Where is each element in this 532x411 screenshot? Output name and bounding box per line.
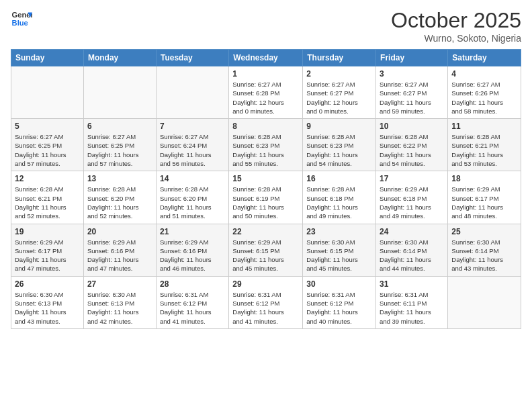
calendar-cell: 28Sunrise: 6:31 AM Sunset: 6:12 PM Dayli… (156, 276, 228, 328)
calendar-cell: 16Sunrise: 6:28 AM Sunset: 6:18 PM Dayli… (303, 171, 376, 224)
day-info: Sunrise: 6:28 AM Sunset: 6:21 PM Dayligh… (15, 185, 80, 220)
weekday-header-friday: Friday (376, 50, 448, 66)
day-info: Sunrise: 6:30 AM Sunset: 6:15 PM Dayligh… (306, 238, 372, 273)
day-info: Sunrise: 6:27 AM Sunset: 6:26 PM Dayligh… (451, 80, 517, 116)
day-number: 27 (87, 279, 152, 289)
day-number: 14 (160, 174, 225, 183)
day-number: 12 (15, 174, 80, 183)
calendar-cell: 27Sunrise: 6:30 AM Sunset: 6:13 PM Dayli… (83, 276, 156, 328)
day-info: Sunrise: 6:28 AM Sunset: 6:23 PM Dayligh… (306, 132, 372, 168)
weekday-header-row: SundayMondayTuesdayWednesdayThursdayFrid… (11, 50, 521, 66)
day-info: Sunrise: 6:31 AM Sunset: 6:12 PM Dayligh… (232, 290, 299, 326)
calendar-cell: 22Sunrise: 6:29 AM Sunset: 6:15 PM Dayli… (229, 224, 303, 276)
day-info: Sunrise: 6:29 AM Sunset: 6:17 PM Dayligh… (15, 238, 80, 273)
day-number: 26 (15, 279, 80, 289)
day-info: Sunrise: 6:27 AM Sunset: 6:28 PM Dayligh… (232, 80, 299, 116)
calendar-cell (156, 66, 228, 119)
calendar-cell: 6Sunrise: 6:27 AM Sunset: 6:25 PM Daylig… (83, 119, 156, 171)
calendar-cell (83, 66, 156, 119)
day-number: 23 (306, 227, 372, 236)
calendar-cell: 2Sunrise: 6:27 AM Sunset: 6:27 PM Daylig… (303, 66, 376, 119)
month-title: October 2025 (391, 8, 521, 33)
day-info: Sunrise: 6:27 AM Sunset: 6:27 PM Dayligh… (306, 80, 372, 116)
day-number: 1 (232, 69, 299, 79)
week-row-5: 26Sunrise: 6:30 AM Sunset: 6:13 PM Dayli… (11, 276, 521, 328)
day-number: 10 (380, 122, 444, 131)
week-row-1: 1Sunrise: 6:27 AM Sunset: 6:28 PM Daylig… (11, 66, 521, 119)
weekday-header-sunday: Sunday (11, 50, 84, 66)
day-number: 5 (15, 122, 80, 131)
calendar-cell: 25Sunrise: 6:30 AM Sunset: 6:14 PM Dayli… (448, 224, 521, 276)
calendar-cell: 3Sunrise: 6:27 AM Sunset: 6:27 PM Daylig… (376, 66, 448, 119)
calendar-cell: 23Sunrise: 6:30 AM Sunset: 6:15 PM Dayli… (303, 224, 376, 276)
day-number: 15 (232, 174, 299, 183)
calendar-cell: 21Sunrise: 6:29 AM Sunset: 6:16 PM Dayli… (156, 224, 228, 276)
day-number: 17 (380, 174, 444, 183)
day-info: Sunrise: 6:27 AM Sunset: 6:25 PM Dayligh… (15, 132, 80, 168)
day-number: 16 (306, 174, 372, 183)
day-number: 21 (160, 227, 225, 236)
day-number: 6 (87, 122, 152, 131)
day-info: Sunrise: 6:28 AM Sunset: 6:21 PM Dayligh… (451, 132, 517, 168)
calendar-cell: 30Sunrise: 6:31 AM Sunset: 6:12 PM Dayli… (303, 276, 376, 328)
day-info: Sunrise: 6:30 AM Sunset: 6:13 PM Dayligh… (15, 290, 80, 326)
day-info: Sunrise: 6:29 AM Sunset: 6:18 PM Dayligh… (380, 185, 444, 220)
title-block: October 2025 Wurno, Sokoto, Nigeria (391, 8, 521, 44)
day-number: 18 (451, 174, 517, 183)
weekday-header-wednesday: Wednesday (229, 50, 303, 66)
day-number: 19 (15, 227, 80, 236)
header: General Blue October 2025 Wurno, Sokoto,… (11, 8, 521, 44)
day-number: 13 (87, 174, 152, 183)
day-number: 29 (232, 279, 299, 289)
calendar-cell: 29Sunrise: 6:31 AM Sunset: 6:12 PM Dayli… (229, 276, 303, 328)
calendar-cell: 20Sunrise: 6:29 AM Sunset: 6:16 PM Dayli… (83, 224, 156, 276)
calendar-cell: 17Sunrise: 6:29 AM Sunset: 6:18 PM Dayli… (376, 171, 448, 224)
day-number: 4 (451, 69, 517, 79)
day-info: Sunrise: 6:27 AM Sunset: 6:24 PM Dayligh… (160, 132, 225, 168)
calendar-cell: 4Sunrise: 6:27 AM Sunset: 6:26 PM Daylig… (448, 66, 521, 119)
day-number: 20 (87, 227, 152, 236)
day-number: 30 (306, 279, 372, 289)
day-info: Sunrise: 6:31 AM Sunset: 6:12 PM Dayligh… (306, 290, 372, 326)
day-number: 31 (380, 279, 444, 289)
svg-text:Blue: Blue (12, 19, 28, 27)
calendar-cell: 7Sunrise: 6:27 AM Sunset: 6:24 PM Daylig… (156, 119, 228, 171)
calendar-cell: 1Sunrise: 6:27 AM Sunset: 6:28 PM Daylig… (229, 66, 303, 119)
calendar-cell: 10Sunrise: 6:28 AM Sunset: 6:22 PM Dayli… (376, 119, 448, 171)
day-number: 25 (451, 227, 517, 236)
page: General Blue October 2025 Wurno, Sokoto,… (0, 0, 532, 411)
day-info: Sunrise: 6:28 AM Sunset: 6:20 PM Dayligh… (87, 185, 152, 220)
day-number: 22 (232, 227, 299, 236)
calendar-cell: 9Sunrise: 6:28 AM Sunset: 6:23 PM Daylig… (303, 119, 376, 171)
week-row-3: 12Sunrise: 6:28 AM Sunset: 6:21 PM Dayli… (11, 171, 521, 224)
calendar: SundayMondayTuesdayWednesdayThursdayFrid… (11, 49, 521, 329)
calendar-cell (448, 276, 521, 328)
day-info: Sunrise: 6:28 AM Sunset: 6:20 PM Dayligh… (160, 185, 225, 220)
calendar-cell: 8Sunrise: 6:28 AM Sunset: 6:23 PM Daylig… (229, 119, 303, 171)
calendar-cell: 11Sunrise: 6:28 AM Sunset: 6:21 PM Dayli… (448, 119, 521, 171)
calendar-cell: 26Sunrise: 6:30 AM Sunset: 6:13 PM Dayli… (11, 276, 84, 328)
day-info: Sunrise: 6:28 AM Sunset: 6:22 PM Dayligh… (380, 132, 444, 168)
weekday-header-saturday: Saturday (448, 50, 521, 66)
calendar-cell: 18Sunrise: 6:29 AM Sunset: 6:17 PM Dayli… (448, 171, 521, 224)
day-info: Sunrise: 6:30 AM Sunset: 6:14 PM Dayligh… (451, 238, 517, 273)
calendar-cell: 5Sunrise: 6:27 AM Sunset: 6:25 PM Daylig… (11, 119, 84, 171)
day-info: Sunrise: 6:28 AM Sunset: 6:18 PM Dayligh… (306, 185, 372, 220)
week-row-2: 5Sunrise: 6:27 AM Sunset: 6:25 PM Daylig… (11, 119, 521, 171)
day-number: 8 (232, 122, 299, 131)
logo: General Blue (11, 8, 32, 30)
week-row-4: 19Sunrise: 6:29 AM Sunset: 6:17 PM Dayli… (11, 224, 521, 276)
day-info: Sunrise: 6:31 AM Sunset: 6:11 PM Dayligh… (380, 290, 444, 326)
location: Wurno, Sokoto, Nigeria (391, 33, 521, 44)
calendar-cell: 13Sunrise: 6:28 AM Sunset: 6:20 PM Dayli… (83, 171, 156, 224)
day-info: Sunrise: 6:30 AM Sunset: 6:14 PM Dayligh… (380, 238, 444, 273)
day-info: Sunrise: 6:31 AM Sunset: 6:12 PM Dayligh… (160, 290, 225, 326)
day-info: Sunrise: 6:27 AM Sunset: 6:27 PM Dayligh… (380, 80, 444, 116)
day-info: Sunrise: 6:29 AM Sunset: 6:15 PM Dayligh… (232, 238, 299, 273)
day-info: Sunrise: 6:29 AM Sunset: 6:17 PM Dayligh… (451, 185, 517, 220)
day-info: Sunrise: 6:28 AM Sunset: 6:19 PM Dayligh… (232, 185, 299, 220)
day-number: 2 (306, 69, 372, 79)
calendar-cell: 31Sunrise: 6:31 AM Sunset: 6:11 PM Dayli… (376, 276, 448, 328)
weekday-header-monday: Monday (83, 50, 156, 66)
day-info: Sunrise: 6:28 AM Sunset: 6:23 PM Dayligh… (232, 132, 299, 168)
